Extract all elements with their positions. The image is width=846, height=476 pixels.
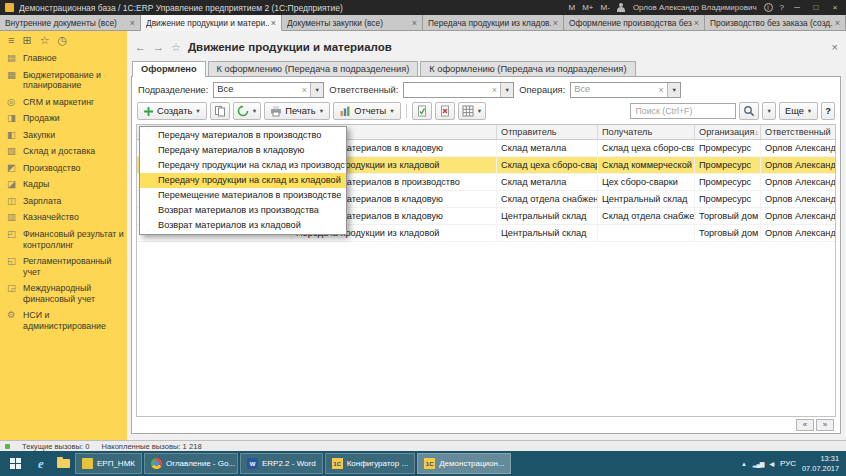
create-menu-item[interactable]: Передачу материалов в производство bbox=[140, 128, 346, 143]
clock[interactable]: 13:31 07.07.2017 bbox=[802, 454, 839, 473]
help-button[interactable]: ? bbox=[821, 102, 835, 120]
clear-icon[interactable]: × bbox=[298, 83, 310, 97]
volume-icon[interactable]: ◀) bbox=[769, 460, 774, 467]
department-filter[interactable]: Все × ▼ bbox=[213, 82, 324, 98]
create-button[interactable]: Создать ▼ bbox=[137, 102, 207, 120]
refresh-button[interactable]: ▼ bbox=[233, 102, 261, 120]
tray-expand-icon[interactable]: ▲ bbox=[741, 461, 747, 467]
search-options-button[interactable]: ▼ bbox=[762, 102, 775, 120]
go-to-end-button[interactable]: » bbox=[816, 419, 834, 431]
view-tab-to-register-in[interactable]: К оформлению (Передача в подразделения) bbox=[208, 61, 419, 76]
memory-recall-button[interactable]: М bbox=[569, 3, 576, 12]
history-clock-icon[interactable]: ◷ bbox=[58, 35, 68, 46]
network-icon[interactable]: ▂▄▆ bbox=[753, 460, 763, 467]
tab-close-icon[interactable]: × bbox=[412, 18, 417, 28]
sidebar-item-warehouse[interactable]: ▧ Склад и доставка bbox=[0, 143, 127, 160]
sidebar-item-main[interactable]: ▤ Главное bbox=[0, 50, 127, 67]
cell-receiver: Склад коммерческой службы bbox=[598, 157, 695, 173]
tab-production-registration[interactable]: Оформление производства без... × bbox=[564, 15, 705, 31]
sidebar-item-treasury[interactable]: ▥ Казначейство bbox=[0, 209, 127, 226]
create-menu-item[interactable]: Передачу продукции на склад из производс… bbox=[140, 158, 346, 173]
column-header-sender[interactable]: Отправитель bbox=[497, 125, 598, 139]
tab-production-without-order[interactable]: Производство без заказа (созд... × bbox=[705, 15, 846, 31]
close-button[interactable]: × bbox=[829, 3, 841, 12]
chevron-down-icon[interactable]: ▼ bbox=[500, 83, 513, 97]
memory-plus-button[interactable]: М+ bbox=[582, 3, 593, 12]
tab-internal-documents[interactable]: Внутренние документы (все) × bbox=[0, 15, 141, 31]
tab-close-icon[interactable]: × bbox=[553, 18, 558, 28]
chevron-down-icon[interactable]: ▼ bbox=[310, 83, 323, 97]
info-icon[interactable]: i bbox=[764, 3, 773, 12]
titlebar-help-icon[interactable]: ? bbox=[780, 3, 784, 12]
ie-taskbar-icon[interactable]: e bbox=[30, 451, 52, 476]
column-header-organization[interactable]: Организация ↓ bbox=[695, 125, 761, 139]
tab-goods-movement[interactable]: Движение продукции и матери... × bbox=[141, 15, 282, 31]
tab-close-icon[interactable]: × bbox=[694, 18, 699, 28]
cell-organization: Промресурс bbox=[695, 191, 761, 207]
section-icon: ◰ bbox=[7, 229, 18, 239]
tab-close-icon[interactable]: × bbox=[271, 18, 276, 28]
more-button[interactable]: Еще ▼ bbox=[779, 102, 818, 120]
back-button[interactable]: ← bbox=[135, 42, 146, 53]
explorer-taskbar-icon[interactable] bbox=[52, 451, 74, 476]
sidebar-item-financial-result[interactable]: ◰ Финансовый результат и контроллинг bbox=[0, 226, 127, 253]
post-document-button[interactable] bbox=[412, 102, 432, 120]
sidebar-item-international-accounting[interactable]: ◲ Международный финансовый учет bbox=[0, 280, 127, 307]
create-menu-item[interactable]: Возврат материалов из производства bbox=[140, 203, 346, 218]
sidebar-item-sales[interactable]: ◨ Продажи bbox=[0, 110, 127, 127]
start-button[interactable] bbox=[0, 451, 30, 476]
forward-button[interactable]: → bbox=[153, 42, 164, 53]
sidebar-item-budgeting[interactable]: ▦ Бюджетирование и планирование bbox=[0, 67, 127, 94]
column-header-responsible[interactable]: Ответственный bbox=[761, 125, 835, 139]
favorites-star-icon[interactable]: ☆ bbox=[40, 35, 50, 46]
go-to-beginning-button[interactable]: « bbox=[796, 419, 814, 431]
create-menu-item[interactable]: Возврат материалов из кладовой bbox=[140, 218, 346, 233]
taskbar-item-word[interactable]: W ERP2.2 - Word bbox=[240, 453, 323, 474]
memory-minus-button[interactable]: М- bbox=[601, 3, 610, 12]
taskbar-item-chrome[interactable]: Оглавление - Go... bbox=[144, 453, 238, 474]
column-header-receiver[interactable]: Получатель bbox=[598, 125, 695, 139]
tab-close-icon[interactable]: × bbox=[130, 18, 135, 28]
list-settings-button[interactable]: ▼ bbox=[458, 102, 486, 120]
operation-filter[interactable]: Все × ▼ bbox=[570, 82, 681, 98]
search-input[interactable] bbox=[630, 103, 736, 119]
responsible-filter[interactable]: × ▼ bbox=[403, 82, 514, 98]
sidebar-item-nsi-administration[interactable]: ⚙ НСИ и администрирование bbox=[0, 307, 127, 334]
tab-purchase-documents[interactable]: Документы закупки (все) × bbox=[282, 15, 423, 31]
sidebar-item-purchases[interactable]: ◧ Закупки bbox=[0, 127, 127, 144]
unpost-document-button[interactable] bbox=[435, 102, 455, 120]
favorite-star-icon[interactable]: ☆ bbox=[171, 41, 181, 54]
chevron-down-icon[interactable]: ▼ bbox=[667, 83, 680, 97]
sidebar-item-regulated-accounting[interactable]: ◱ Регламентированный учет bbox=[0, 253, 127, 280]
create-menu-item-highlighted[interactable]: Передачу продукции на склад из кладовой bbox=[140, 173, 346, 188]
view-tab-to-register-out[interactable]: К оформлению (Передача из подразделения) bbox=[420, 61, 635, 76]
view-tab-completed[interactable]: Оформлено bbox=[132, 61, 206, 77]
application-window: Демонстрационная база / 1С:ERP Управлени… bbox=[0, 0, 846, 476]
create-menu-item[interactable]: Передачу материалов в кладовую bbox=[140, 143, 346, 158]
sidebar-item-production[interactable]: ◩ Производство bbox=[0, 160, 127, 177]
user-name[interactable]: Орлов Александр Владимирович bbox=[633, 3, 757, 12]
page-close-icon[interactable]: × bbox=[832, 41, 838, 53]
create-menu-item[interactable]: Перемещение материалов в производстве bbox=[140, 188, 346, 203]
section-icon: ◨ bbox=[7, 113, 18, 123]
sidebar-item-hr[interactable]: ◪ Кадры bbox=[0, 176, 127, 193]
reports-button[interactable]: Отчеты ▼ bbox=[333, 102, 401, 120]
clear-icon[interactable]: × bbox=[655, 83, 667, 97]
sidebar-item-label: Финансовый результат и контроллинг bbox=[23, 229, 124, 250]
sidebar-item-crm[interactable]: ◎ CRM и маркетинг bbox=[0, 94, 127, 111]
sidebar-item-payroll[interactable]: ◫ Зарплата bbox=[0, 193, 127, 210]
copy-button[interactable] bbox=[210, 102, 230, 120]
tab-transfer-from-storeroom[interactable]: Передача продукции из кладов... × bbox=[423, 15, 564, 31]
search-button[interactable] bbox=[739, 102, 759, 120]
minimize-button[interactable]: ─ bbox=[791, 3, 803, 12]
open-windows-icon[interactable]: ⊞ bbox=[22, 35, 31, 46]
maximize-button[interactable]: □ bbox=[810, 3, 822, 12]
taskbar-item-configurator[interactable]: 1С Конфигуратор ... bbox=[325, 453, 416, 474]
taskbar-item-demo-base[interactable]: 1С Демонстрацион... bbox=[417, 453, 511, 474]
clear-icon[interactable]: × bbox=[488, 83, 500, 97]
taskbar-item-erp-nmk[interactable]: ЕРП_НМК bbox=[75, 453, 142, 474]
tab-close-icon[interactable]: × bbox=[835, 18, 840, 28]
print-button[interactable]: Печать ▼ bbox=[264, 102, 330, 120]
menu-icon[interactable]: ≡ bbox=[8, 35, 14, 46]
language-indicator[interactable]: РУС bbox=[780, 459, 796, 468]
